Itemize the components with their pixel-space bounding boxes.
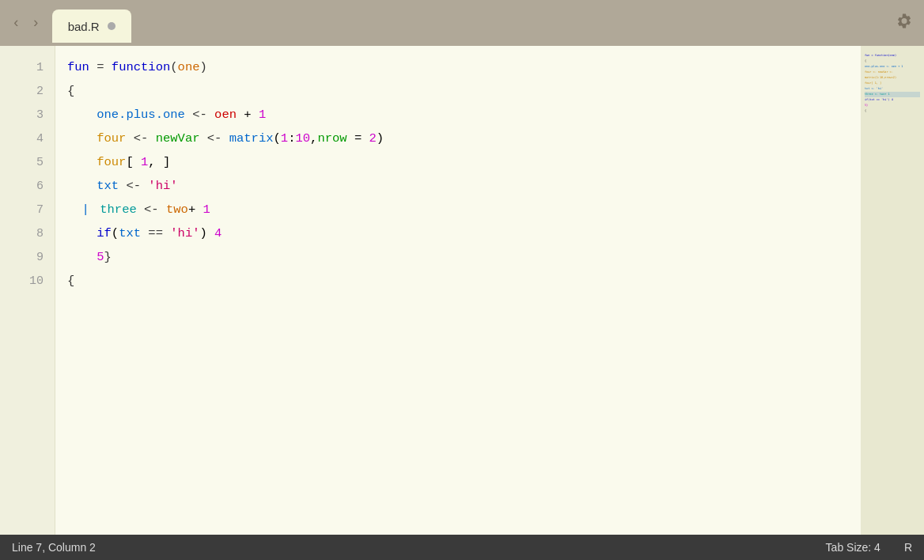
status-bar: Line 7, Column 2 Tab Size: 4 R <box>0 535 924 560</box>
code-line-6: txt <- 'hi' <box>67 174 849 198</box>
line-num-6: 6 <box>0 174 55 198</box>
line-num-7: 7 <box>0 198 55 221</box>
line-num-9: 9 <box>0 245 55 269</box>
line-numbers: 1 2 3 4 5 6 7 8 9 10 <box>0 46 55 535</box>
code-editor[interactable]: fun = function(one) { one.plus.one <- oe… <box>55 46 861 535</box>
nav-arrows[interactable]: ‹ › <box>8 13 44 32</box>
line-num-4: 4 <box>0 127 55 150</box>
nav-forward-button[interactable]: › <box>28 13 44 32</box>
minimap: fun = function(one) { one.plus.one <- oe… <box>861 46 924 535</box>
code-line-10: { <box>67 269 849 293</box>
code-line-8: if(txt == 'hi') 4 <box>67 221 849 245</box>
tab-size-label[interactable]: Tab Size: 4 <box>826 541 880 554</box>
code-line-3: one.plus.one <- oen + 1 <box>67 103 849 127</box>
file-tab[interactable]: bad.R <box>52 9 131 43</box>
nav-back-button[interactable]: ‹ <box>8 13 25 32</box>
status-right: Tab Size: 4 R <box>826 541 912 554</box>
settings-icon[interactable] <box>896 13 912 33</box>
line-num-8: 8 <box>0 221 55 245</box>
code-line-1: fun = function(one) <box>67 55 849 79</box>
tab-modified-indicator <box>108 22 116 30</box>
title-bar: ‹ › bad.R <box>0 0 924 46</box>
code-line-9: 5} <box>67 245 849 269</box>
code-line-4: four <- newVar <- matrix(1:10,nrow = 2) <box>67 127 849 150</box>
status-position: Line 7, Column 2 <box>12 541 96 554</box>
line-num-1: 1 <box>0 55 55 79</box>
line-num-3: 3 <box>0 103 55 127</box>
code-line-5: four[ 1, ] <box>67 150 849 174</box>
editor-container: 1 2 3 4 5 6 7 8 9 10 fun = function(one)… <box>0 46 924 535</box>
cursor-position: Line 7, Column 2 <box>12 541 96 554</box>
language-label[interactable]: R <box>904 541 912 554</box>
line-num-5: 5 <box>0 150 55 174</box>
line-num-10: 10 <box>0 269 55 293</box>
code-line-7: | three <- two+ 1 <box>67 198 849 221</box>
line-num-2: 2 <box>0 79 55 103</box>
code-line-2: { <box>67 79 849 103</box>
tab-label: bad.R <box>68 20 100 33</box>
